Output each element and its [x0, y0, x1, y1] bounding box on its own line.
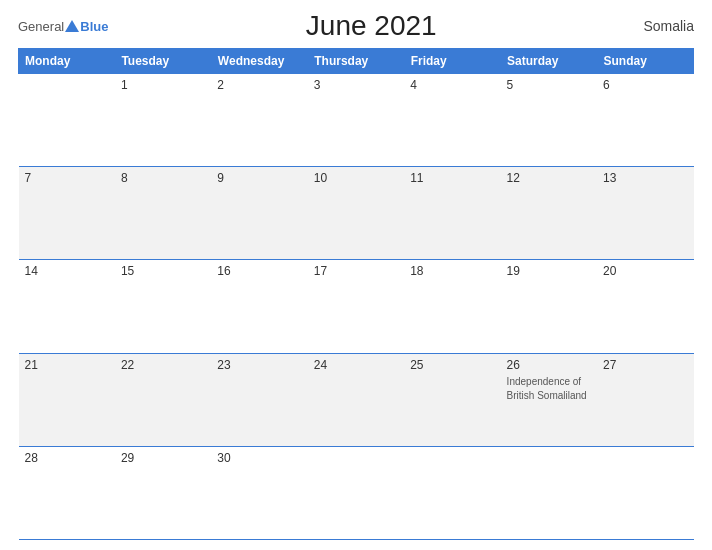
- col-wednesday: Wednesday: [211, 49, 307, 74]
- calendar-cell: [308, 446, 404, 539]
- day-number: 17: [314, 264, 398, 278]
- calendar-cell: [501, 446, 597, 539]
- day-number: 15: [121, 264, 205, 278]
- day-number: 27: [603, 358, 687, 372]
- calendar-body: 1234567891011121314151617181920212223242…: [19, 74, 694, 540]
- logo-general-text: General: [18, 20, 64, 33]
- calendar-cell: [19, 74, 115, 167]
- logo-triangle-icon: [65, 20, 79, 32]
- calendar-cell: 29: [115, 446, 211, 539]
- calendar-week-row: 78910111213: [19, 167, 694, 260]
- calendar-cell: 4: [404, 74, 500, 167]
- day-number: 5: [507, 78, 591, 92]
- calendar-cell: 10: [308, 167, 404, 260]
- calendar-page: General Blue June 2021 Somalia Monday Tu…: [0, 0, 712, 550]
- day-number: 24: [314, 358, 398, 372]
- day-number: 6: [603, 78, 687, 92]
- calendar-header: Monday Tuesday Wednesday Thursday Friday…: [19, 49, 694, 74]
- calendar-cell: 18: [404, 260, 500, 353]
- day-number: 11: [410, 171, 494, 185]
- calendar-cell: 16: [211, 260, 307, 353]
- calendar-week-row: 14151617181920: [19, 260, 694, 353]
- col-thursday: Thursday: [308, 49, 404, 74]
- day-number: 26: [507, 358, 591, 372]
- day-number: 19: [507, 264, 591, 278]
- day-number: 7: [25, 171, 109, 185]
- calendar-cell: 12: [501, 167, 597, 260]
- calendar-table: Monday Tuesday Wednesday Thursday Friday…: [18, 48, 694, 540]
- col-friday: Friday: [404, 49, 500, 74]
- header: General Blue June 2021 Somalia: [18, 10, 694, 42]
- day-number: 3: [314, 78, 398, 92]
- calendar-cell: 15: [115, 260, 211, 353]
- calendar-cell: 21: [19, 353, 115, 446]
- calendar-cell: 9: [211, 167, 307, 260]
- day-number: 21: [25, 358, 109, 372]
- calendar-cell: 7: [19, 167, 115, 260]
- calendar-cell: 8: [115, 167, 211, 260]
- holiday-label: Independence of British Somaliland: [507, 376, 587, 401]
- calendar-cell: 14: [19, 260, 115, 353]
- calendar-cell: 24: [308, 353, 404, 446]
- calendar-cell: 3: [308, 74, 404, 167]
- calendar-cell: 11: [404, 167, 500, 260]
- day-number: 22: [121, 358, 205, 372]
- day-header-row: Monday Tuesday Wednesday Thursday Friday…: [19, 49, 694, 74]
- day-number: 28: [25, 451, 109, 465]
- calendar-week-row: 282930: [19, 446, 694, 539]
- calendar-cell: 6: [597, 74, 693, 167]
- day-number: 18: [410, 264, 494, 278]
- calendar-cell: 19: [501, 260, 597, 353]
- day-number: 13: [603, 171, 687, 185]
- calendar-cell: 25: [404, 353, 500, 446]
- calendar-cell: 26Independence of British Somaliland: [501, 353, 597, 446]
- col-saturday: Saturday: [501, 49, 597, 74]
- day-number: 23: [217, 358, 301, 372]
- day-number: 29: [121, 451, 205, 465]
- day-number: 1: [121, 78, 205, 92]
- day-number: 10: [314, 171, 398, 185]
- logo: General Blue: [18, 20, 108, 33]
- calendar-cell: 20: [597, 260, 693, 353]
- calendar-week-row: 212223242526Independence of British Soma…: [19, 353, 694, 446]
- day-number: 30: [217, 451, 301, 465]
- col-sunday: Sunday: [597, 49, 693, 74]
- calendar-cell: [404, 446, 500, 539]
- day-number: 12: [507, 171, 591, 185]
- day-number: 25: [410, 358, 494, 372]
- calendar-cell: 17: [308, 260, 404, 353]
- day-number: 9: [217, 171, 301, 185]
- day-number: 4: [410, 78, 494, 92]
- calendar-cell: 1: [115, 74, 211, 167]
- col-monday: Monday: [19, 49, 115, 74]
- calendar-cell: [597, 446, 693, 539]
- month-title: June 2021: [108, 10, 634, 42]
- day-number: 20: [603, 264, 687, 278]
- day-number: 8: [121, 171, 205, 185]
- day-number: 16: [217, 264, 301, 278]
- calendar-cell: 13: [597, 167, 693, 260]
- calendar-cell: 23: [211, 353, 307, 446]
- day-number: 14: [25, 264, 109, 278]
- logo-blue-text: Blue: [80, 20, 108, 33]
- calendar-cell: 5: [501, 74, 597, 167]
- calendar-cell: 2: [211, 74, 307, 167]
- calendar-cell: 27: [597, 353, 693, 446]
- day-number: 2: [217, 78, 301, 92]
- calendar-week-row: 123456: [19, 74, 694, 167]
- calendar-cell: 30: [211, 446, 307, 539]
- calendar-cell: 22: [115, 353, 211, 446]
- calendar-cell: 28: [19, 446, 115, 539]
- col-tuesday: Tuesday: [115, 49, 211, 74]
- country-label: Somalia: [634, 18, 694, 34]
